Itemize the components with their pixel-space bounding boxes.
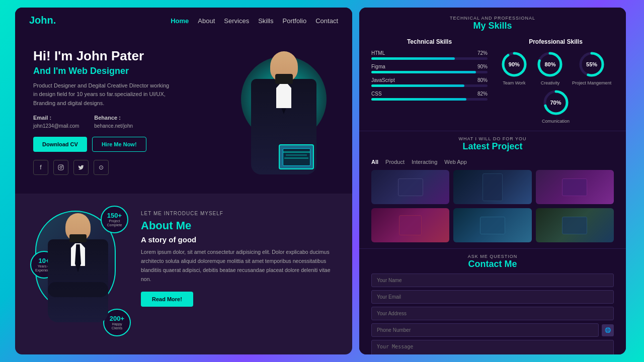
communication-circle: 70% [542, 88, 570, 117]
circular-skill-communication: 70% Comunication [542, 88, 570, 124]
skill-js-pct: 80% [477, 77, 488, 83]
project-thumb-6[interactable] [536, 208, 614, 242]
creativity-circle: 80% [536, 50, 564, 78]
email-input[interactable] [371, 290, 614, 304]
skill-html-pct: 72% [477, 50, 488, 56]
about-body [48, 239, 108, 322]
projects-section: WHAT I WILL DO FOR YOU Latest Project Al… [359, 131, 626, 248]
skill-css-name: CSS [371, 91, 382, 97]
beard [275, 74, 293, 84]
about-title: About Me [141, 219, 337, 232]
person-head [270, 51, 298, 81]
logo-dot: . [53, 15, 56, 26]
filter-interacting[interactable]: Interacting [412, 159, 437, 165]
project-thumb-3[interactable] [536, 170, 614, 204]
circular-skill-management: 55% Project Mangement [572, 50, 611, 85]
about-beard [69, 234, 87, 242]
skill-figma-name: Figma [371, 64, 385, 69]
project-thumb-2[interactable] [453, 170, 531, 204]
technical-skills-col: Technical Skills HTML 72% Figma [371, 38, 488, 124]
codepen-icon[interactable]: ⊙ [94, 160, 109, 175]
circular-skills: 90% Team Work 80% [498, 50, 614, 124]
stat-label-clients: HappyClients [112, 322, 122, 331]
hero-person [233, 41, 334, 182]
nav-item-home[interactable]: Home [171, 16, 189, 25]
stat-bubble-projects: 150+ ProjectComplete [101, 206, 128, 233]
svg-point-2 [62, 166, 62, 166]
filter-product[interactable]: Product [385, 159, 405, 165]
person-figure [238, 46, 329, 182]
hero-section: John. Home About Services Skills Portfol… [15, 8, 352, 194]
professional-skills-col: Professional Skills 90% Team Work [498, 38, 614, 124]
skills-section: TECHNICAL AND PROFESSIONAL My Skills Tec… [359, 8, 626, 131]
btn-group: Download CV Hire Me Now! [33, 137, 233, 152]
communication-label: Comunication [542, 119, 570, 124]
nav-item-services[interactable]: Services [224, 16, 249, 25]
skill-css-pct: 82% [477, 91, 488, 97]
message-input[interactable] [371, 340, 614, 354]
nav-item-contact[interactable]: Contact [315, 16, 338, 25]
communication-pct: 70% [550, 100, 561, 106]
instagram-icon[interactable] [53, 160, 68, 175]
project-thumb-4[interactable] [371, 208, 449, 242]
facebook-icon[interactable]: f [33, 160, 48, 175]
projects-filters: All Product Interacting Web App [371, 159, 614, 165]
behance-item: Behance : behance.net/john [94, 115, 133, 130]
filter-webapp[interactable]: Web App [444, 159, 466, 165]
nav-item-skills[interactable]: Skills [258, 16, 273, 25]
project-thumb-5[interactable] [453, 208, 531, 242]
hero-role: And I'm Web Designer [33, 66, 233, 76]
teamwork-circle: 90% [500, 50, 528, 78]
nav-bar: John. Home About Services Skills Portfol… [15, 8, 352, 33]
skills-section-tag: TECHNICAL AND PROFESSIONAL [371, 16, 614, 21]
hire-me-button[interactable]: Hire Me Now! [92, 137, 146, 152]
phone-input[interactable] [371, 323, 599, 337]
behance-label: Behance : [94, 115, 133, 121]
email-value: john1234@mail.com [33, 123, 79, 129]
skill-css: CSS 82% [371, 91, 488, 101]
contact-title: Contact Me [371, 259, 614, 269]
skill-html-bar-bg [371, 57, 488, 60]
teamwork-pct: 90% [509, 61, 520, 67]
circular-skill-creativity: 80% Creativity [536, 50, 564, 85]
phone-row: 🌐 [371, 323, 614, 337]
outer-wrapper: John. Home About Services Skills Portfol… [15, 8, 629, 354]
skill-js-bar-fill [371, 84, 464, 87]
code-line-2 [286, 154, 307, 156]
circular-skill-teamwork: 90% Team Work [500, 50, 528, 85]
read-more-button[interactable]: Read More! [141, 292, 193, 307]
about-section: 150+ ProjectComplete 10+ Years ofExperie… [15, 194, 352, 354]
skill-css-bar-fill [371, 98, 466, 101]
twitter-icon[interactable] [73, 160, 89, 175]
contact-section: ASK ME QUESTION Contact Me 🌐 [359, 248, 626, 354]
nav-item-portfolio[interactable]: Portfolio [282, 16, 306, 25]
hero-role-prefix: And I'm [33, 66, 68, 76]
filter-all[interactable]: All [371, 159, 378, 165]
project-thumb-1[interactable] [371, 170, 449, 204]
download-cv-button[interactable]: Download CV [33, 137, 87, 152]
logo-text: John [29, 15, 53, 26]
teamwork-label: Team Work [503, 80, 525, 85]
hero-text: Hi! I'm John Pater And I'm Web Designer … [33, 48, 233, 175]
about-section-tag: LET ME INTRODUCE MYSELF [141, 211, 337, 216]
projects-section-tag: WHAT I WILL DO FOR YOU [371, 136, 614, 141]
stat-num-clients: 200+ [110, 315, 124, 322]
name-input[interactable] [371, 274, 614, 287]
technical-skills-label: Technical Skills [371, 38, 488, 45]
skill-figma-bar-fill [371, 71, 476, 73]
behance-value: behance.net/john [94, 123, 133, 129]
about-description: Lorem ipsum dolor, sit amet consectetur … [141, 248, 337, 284]
logo: John. [29, 15, 56, 26]
nav-item-about[interactable]: About [198, 16, 215, 25]
management-pct: 55% [586, 61, 597, 67]
projects-grid [371, 170, 614, 242]
skill-figma: Figma 90% [371, 64, 488, 73]
address-input[interactable] [371, 307, 614, 320]
hero-title: Hi! I'm John Pater [33, 48, 233, 64]
code-line-1 [283, 151, 310, 153]
skill-html: HTML 72% [371, 50, 488, 60]
code-line-3 [284, 157, 308, 159]
skill-css-bar-bg [371, 98, 488, 101]
social-icons: f ⊙ [33, 160, 233, 175]
left-panel: John. Home About Services Skills Portfol… [15, 8, 352, 354]
